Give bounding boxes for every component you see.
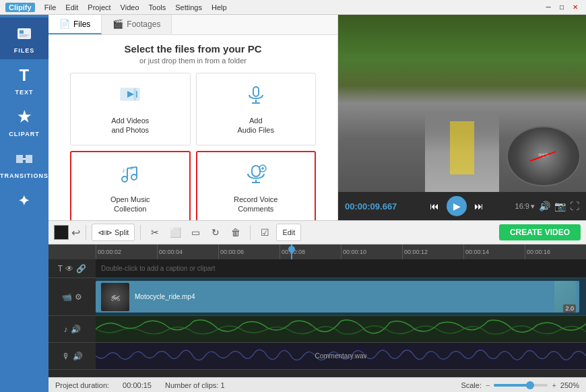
svg-rect-5: [26, 155, 32, 163]
scale-value: 250%: [560, 381, 579, 389]
play-button[interactable]: ▶: [447, 196, 467, 216]
files-panel: 📄 Files 🎬 Footages Select the files from…: [48, 15, 338, 220]
fullscreen-button[interactable]: ⛶: [570, 201, 579, 211]
prev-frame-button[interactable]: ⏮: [425, 197, 444, 216]
cut-button[interactable]: ✂: [146, 224, 164, 241]
add-audio-icon: [244, 83, 268, 112]
edit-check-icon: ☑: [256, 224, 273, 241]
mic-icon: 🎙: [62, 352, 70, 361]
caption-track: Double-click to add a caption or clipart: [96, 259, 586, 278]
paste-button[interactable]: ▭: [187, 224, 204, 241]
video-controls: 00:00:09.667 ⏮ ▶ ⏭ 16:9 ▾ 🔊 📷 ⛶: [338, 192, 586, 220]
split-icon: ⧏⧐: [98, 228, 112, 237]
add-videos-button[interactable]: Add Videos and Photos: [70, 73, 191, 145]
svg-rect-1: [20, 30, 24, 34]
open-music-label: Open Music Collection: [110, 195, 150, 214]
zoom-out-button[interactable]: −: [486, 381, 490, 389]
record-voice-button[interactable]: Record Voice Comments: [196, 151, 317, 225]
video-clip[interactable]: 🏍 Motocycle_ride.mp4: [96, 281, 579, 313]
svg-point-13: [122, 176, 127, 182]
close-button[interactable]: ✕: [570, 2, 581, 13]
timeline-area: 00:00:0200:00:0400:00:0600:00:0800:00:10…: [48, 244, 586, 377]
settings-icon[interactable]: ⚙: [75, 292, 82, 302]
sidebar-transitions-label: TRANSITIONS: [0, 172, 48, 179]
ruler-mark: 00:00:04: [157, 244, 218, 259]
audio-waveform: [96, 316, 586, 342]
open-music-button[interactable]: ♪ ♪ Open Music Collection: [70, 151, 191, 225]
split-button[interactable]: ⧏⧐ Split: [92, 224, 135, 241]
scale-label: Scale:: [461, 381, 482, 389]
menu-settings[interactable]: Settings: [171, 2, 206, 13]
rotate-button[interactable]: ↻: [207, 224, 224, 241]
menu-file[interactable]: File: [40, 2, 61, 13]
files-subtitle: or just drop them in from a folder: [139, 57, 247, 65]
svg-rect-20: [252, 166, 260, 176]
menu-bar: File Edit Project Video Tools Settings H…: [40, 2, 231, 13]
text-track-icon: T: [58, 264, 63, 273]
video-track-icon: 📹: [62, 292, 72, 302]
menu-edit[interactable]: Edit: [61, 2, 82, 13]
video-track[interactable]: 🏍 Motocycle_ride.mp4 2.0: [96, 278, 586, 316]
ruler-mark: 00:00:12: [402, 244, 463, 259]
commentary-track-header: 🎙 🔊: [48, 343, 96, 370]
scale-slider[interactable]: [494, 384, 548, 387]
ruler-mark: 00:00:06: [218, 244, 280, 259]
tab-files[interactable]: 📄 Files: [48, 15, 102, 34]
menu-project[interactable]: Project: [84, 2, 115, 13]
add-audio-button[interactable]: Add Audio Files: [196, 73, 317, 145]
snapshot-button[interactable]: 📷: [554, 201, 566, 211]
maximize-button[interactable]: □: [556, 2, 567, 13]
sidebar: FILES T TEXT ★ CLIPART TRANSITIONS ✦: [0, 15, 48, 392]
extra-icon: ✦: [13, 190, 35, 211]
clip-badge: 2.0: [563, 304, 576, 313]
split-label: Split: [115, 228, 129, 236]
edit-button[interactable]: Edit: [276, 224, 301, 241]
tab-footages-label: Footages: [127, 20, 160, 29]
clip-thumbnail: 🏍: [101, 283, 129, 311]
toolbar: ↩ ⧏⧐ Split ✂ ⬜ ▭ ↻ 🗑 ☑ Edit CREATE VIDEO: [48, 220, 586, 244]
caption-track-header: T 👁 🔗: [48, 259, 96, 278]
files-tab-icon: 📄: [59, 19, 70, 29]
commentary-track[interactable]: Commentary.wav: [96, 343, 586, 370]
create-video-button[interactable]: CREATE VIDEO: [499, 224, 581, 240]
minimize-button[interactable]: ─: [543, 2, 554, 13]
zoom-in-button[interactable]: +: [552, 381, 556, 389]
edit-label: Edit: [282, 228, 295, 236]
video-track-header: 📹 ⚙: [48, 278, 96, 316]
svg-rect-10: [253, 87, 259, 96]
footages-tab-icon: 🎬: [112, 19, 123, 29]
audio-track[interactable]: [96, 316, 586, 343]
ruler-mark: 00:00:16: [525, 244, 586, 259]
svg-point-14: [131, 174, 137, 180]
sidebar-item-clipart[interactable]: ★ CLIPART: [0, 101, 48, 143]
sidebar-item-transitions[interactable]: TRANSITIONS: [0, 143, 48, 185]
aspect-ratio-button[interactable]: 16:9 ▾: [515, 202, 535, 211]
copy-button[interactable]: ⬜: [166, 224, 184, 241]
sidebar-item-files[interactable]: FILES: [0, 18, 48, 59]
next-frame-button[interactable]: ⏭: [469, 197, 488, 216]
time-display: 00:00:09.667: [345, 201, 399, 211]
svg-text:♪: ♪: [122, 166, 125, 174]
playhead-line: [291, 244, 292, 259]
audio-track-header: ♪ 🔊: [48, 316, 96, 343]
undo-button[interactable]: ↩: [71, 226, 80, 239]
svg-text:♪: ♪: [130, 164, 133, 171]
toolbar-separator-1: [86, 225, 86, 240]
sidebar-item-text[interactable]: T TEXT: [0, 59, 48, 101]
link-icon[interactable]: 🔗: [76, 264, 86, 273]
volume-button[interactable]: 🔊: [539, 201, 550, 211]
app-logo: Clipify: [5, 3, 35, 12]
volume-track-icon[interactable]: 🔊: [71, 325, 81, 334]
volume-commentary-icon[interactable]: 🔊: [73, 352, 83, 361]
tab-footages[interactable]: 🎬 Footages: [102, 15, 172, 34]
menu-help[interactable]: Help: [207, 2, 231, 13]
menu-video[interactable]: Video: [117, 2, 143, 13]
record-voice-label: Record Voice Comments: [234, 195, 278, 214]
sidebar-item-extra[interactable]: ✦: [0, 185, 48, 220]
timeline-ruler: 00:00:0200:00:0400:00:0600:00:0800:00:10…: [48, 244, 586, 259]
menu-tools[interactable]: Tools: [145, 2, 170, 13]
add-videos-label: Add Videos and Photos: [111, 116, 149, 135]
color-picker[interactable]: [54, 225, 69, 240]
delete-button[interactable]: 🗑: [227, 224, 245, 241]
eye-icon[interactable]: 👁: [65, 264, 73, 273]
